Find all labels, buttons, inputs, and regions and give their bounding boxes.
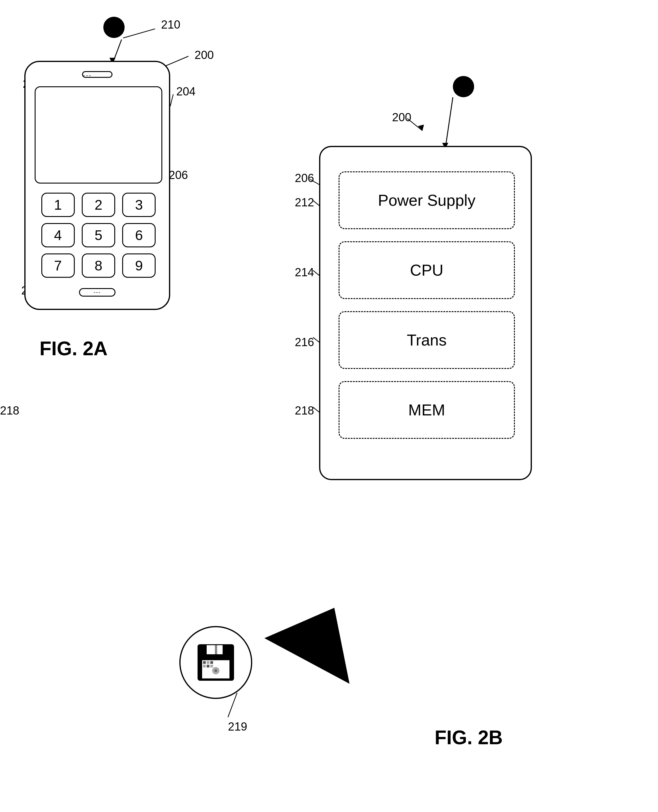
key-7[interactable]: 7 bbox=[41, 253, 75, 278]
fig-2a-label: FIG. 2A bbox=[39, 337, 108, 360]
ref-206: 206 bbox=[169, 169, 188, 182]
floppy-disk-icon bbox=[193, 640, 238, 685]
key-9[interactable]: 9 bbox=[122, 253, 156, 278]
ref-216: 216 bbox=[295, 336, 314, 349]
trans-box: Trans bbox=[338, 311, 515, 369]
phone-screen bbox=[34, 86, 162, 183]
phone-device-2a: --- 1 2 3 4 5 6 7 8 9 --- bbox=[24, 61, 170, 310]
ref-214: 214 bbox=[295, 266, 314, 279]
cpu-box: CPU bbox=[338, 241, 515, 299]
key-8[interactable]: 8 bbox=[82, 253, 115, 278]
phone-bottom-button[interactable]: --- bbox=[79, 288, 116, 297]
ref-218-b: 218 bbox=[295, 404, 314, 417]
svg-rect-30 bbox=[207, 665, 209, 668]
key-2[interactable]: 2 bbox=[82, 192, 115, 217]
initial-dot-2b bbox=[453, 76, 474, 97]
phone-speaker: --- bbox=[82, 71, 113, 78]
svg-line-2 bbox=[123, 29, 155, 38]
ref-204: 204 bbox=[176, 85, 196, 98]
svg-line-0 bbox=[113, 39, 122, 64]
ref-210: 210 bbox=[161, 18, 180, 31]
key-6[interactable]: 6 bbox=[122, 223, 156, 247]
svg-marker-18 bbox=[265, 608, 349, 684]
ref-200-2b: 200 bbox=[392, 111, 411, 124]
key-5[interactable]: 5 bbox=[82, 223, 115, 247]
power-supply-label: Power Supply bbox=[378, 191, 476, 210]
power-supply-box: Power Supply bbox=[338, 171, 515, 229]
svg-line-6 bbox=[170, 94, 173, 106]
svg-line-9 bbox=[445, 97, 453, 149]
svg-point-25 bbox=[215, 670, 217, 672]
cpu-label: CPU bbox=[410, 261, 443, 279]
diagram-container: 210 200 202 204 206 208 --- 1 2 3 4 5 6 … bbox=[0, 0, 658, 812]
svg-rect-27 bbox=[207, 661, 209, 664]
component-device-2b: Power Supply CPU Trans MEM bbox=[319, 146, 532, 480]
svg-rect-31 bbox=[210, 665, 213, 668]
keypad-row-2: 4 5 6 bbox=[38, 223, 159, 247]
mem-box: MEM bbox=[338, 381, 515, 439]
svg-rect-28 bbox=[210, 661, 213, 664]
mem-label: MEM bbox=[408, 401, 445, 419]
speaker-dashes: --- bbox=[83, 72, 92, 79]
key-3[interactable]: 3 bbox=[122, 192, 156, 217]
bottom-btn-dashes: --- bbox=[94, 289, 101, 296]
keypad-row-1: 1 2 3 bbox=[38, 192, 159, 217]
svg-rect-22 bbox=[207, 645, 223, 654]
ref-200-2a: 200 bbox=[194, 49, 214, 62]
ref-218: 218 bbox=[0, 404, 19, 417]
svg-rect-26 bbox=[203, 661, 206, 664]
keypad-row-3: 7 8 9 bbox=[38, 253, 159, 278]
svg-rect-29 bbox=[203, 665, 206, 668]
svg-rect-23 bbox=[215, 645, 217, 654]
key-4[interactable]: 4 bbox=[41, 223, 75, 247]
ref-212: 212 bbox=[295, 196, 314, 209]
fig-2b-label: FIG. 2B bbox=[435, 726, 503, 749]
ref-219: 219 bbox=[228, 720, 247, 733]
phone-keypad: 1 2 3 4 5 6 7 8 9 bbox=[38, 192, 159, 284]
ref-206-2b: 206 bbox=[295, 172, 314, 185]
key-1[interactable]: 1 bbox=[41, 192, 75, 217]
initial-dot-2a bbox=[103, 17, 125, 38]
svg-marker-12 bbox=[418, 125, 424, 131]
trans-label: Trans bbox=[407, 331, 447, 349]
floppy-disk-area bbox=[179, 626, 252, 699]
